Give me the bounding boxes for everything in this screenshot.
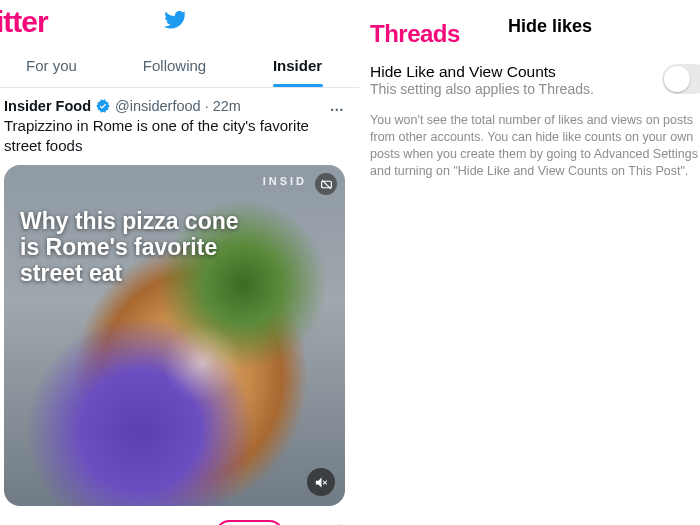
twitter-wordmark-partial: itter <box>0 5 48 39</box>
media-headline: Why this pizza cone is Rome's favorite s… <box>20 209 255 286</box>
tweet-separator: · <box>205 98 209 114</box>
twitter-panel: itter For you Following Insider Insider … <box>0 0 360 525</box>
setting-sublabel: This setting also applies to Threads. <box>370 81 652 99</box>
setting-label: Hide Like and View Counts <box>370 62 652 81</box>
tweet-handle[interactable]: @insiderfood <box>115 98 201 114</box>
hide-likes-setting-row: Hide Like and View Counts This setting a… <box>370 62 700 99</box>
setting-text: Hide Like and View Counts This setting a… <box>370 62 652 99</box>
threads-wordmark: Threads <box>370 20 460 48</box>
tweet-author[interactable]: Insider Food <box>4 98 91 114</box>
feed-tabs: For you Following Insider <box>0 44 359 88</box>
page-title: Hide likes <box>508 16 592 37</box>
tweet[interactable]: Insider Food @insiderfood · 22m … Trapiz… <box>0 88 359 512</box>
tab-for-you[interactable]: For you <box>0 44 113 87</box>
threads-panel: Threads Hide likes Hide Like and View Co… <box>360 0 700 525</box>
closed-captions-off-icon[interactable] <box>315 173 337 195</box>
media-watermark: INSID <box>263 175 307 187</box>
tab-following[interactable]: Following <box>113 44 236 87</box>
twitter-logo-icon <box>163 8 187 36</box>
tweet-actions: 3 229 <box>0 512 359 525</box>
tab-insider[interactable]: Insider <box>236 44 359 87</box>
hide-likes-toggle[interactable] <box>662 64 700 94</box>
mute-icon[interactable] <box>307 468 335 496</box>
tweet-text: Trapizzino in Rome is one of the city's … <box>4 116 345 155</box>
setting-description: You won't see the total number of likes … <box>370 112 700 180</box>
verified-badge-icon <box>95 98 111 114</box>
tweet-header: Insider Food @insiderfood · 22m … <box>4 98 345 114</box>
tweet-time[interactable]: 22m <box>213 98 241 114</box>
views-button[interactable]: 229 <box>216 520 283 525</box>
svg-rect-0 <box>321 181 331 188</box>
tweet-more-icon[interactable]: … <box>330 98 346 114</box>
twitter-header: itter <box>0 0 359 44</box>
tweet-media[interactable]: INSID Why this pizza cone is Rome's favo… <box>4 165 345 506</box>
